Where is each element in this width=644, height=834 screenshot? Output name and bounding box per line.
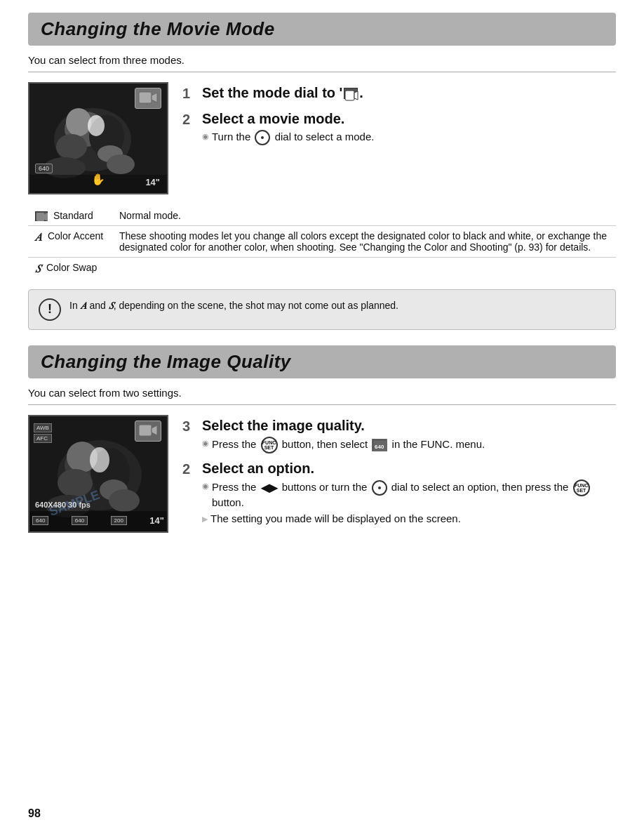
mode-row-color-swap: 𝑆 Color Swap — [28, 258, 616, 279]
func-btn-2: FUNCSET — [573, 479, 590, 496]
camera-number-2: 14" — [149, 515, 164, 526]
mode-icon-color-swap: 𝑆 — [35, 263, 41, 274]
camera-badge-left-1: AWB — [34, 423, 52, 432]
step-2: 2 Select a movie mode. ◉ Turn the dial t… — [182, 111, 616, 145]
step-3-title: Select the image quality. — [202, 418, 616, 434]
page-number: 98 — [28, 807, 41, 820]
step-2-content: Select a movie mode. ◉ Turn the dial to … — [202, 111, 616, 145]
svg-point-5 — [88, 115, 105, 136]
svg-marker-14 — [354, 91, 358, 100]
step-1-title-dot: . — [359, 85, 363, 100]
section1-header: Changing the Movie Mode — [28, 13, 616, 46]
step-4-bullet-2: ▶ The setting you made will be displayed… — [202, 512, 616, 524]
dial-icon-2 — [372, 480, 387, 496]
step-3: 3 Select the image quality. ◉ Press the … — [182, 418, 616, 454]
step-3-bullet-text: Press the FUNCSET button, then select 64… — [212, 437, 485, 454]
step-4-bullet-1: ◉ Press the ◀▶ buttons or turn the dial … — [202, 479, 616, 508]
hand-icon: ✋ — [91, 173, 105, 186]
warning-icon-swap: 𝑆 — [109, 300, 114, 311]
svg-point-9 — [107, 154, 135, 174]
mode-name-standard: Standard — [53, 210, 93, 221]
step-4-title: Select an option. — [202, 461, 616, 477]
camera-resolution: 640X480 30 fps — [35, 501, 90, 509]
quality-icon: 640 — [372, 439, 387, 451]
steps-area-1: 1 Set the mode dial to '. 2 Select a mov… — [182, 82, 616, 194]
step-2-bullet-1: ◉ Turn the dial to select a mode. — [202, 130, 616, 145]
section2-instruction-area: SAMPLE AWB AFC 640X480 30 fps 640 640 20 — [28, 415, 616, 533]
camera-left-badges: AWB AFC — [34, 423, 52, 443]
mode-label-color-accent: 𝐴 Color Accent — [28, 226, 112, 258]
bullet-dot-5: ▶ — [202, 515, 208, 524]
section2-header: Changing the Image Quality — [28, 345, 616, 378]
section2-intro: You can select from two settings. — [28, 387, 616, 399]
camera-number-1: 14" — [145, 177, 160, 187]
mode-icon-standard — [35, 211, 48, 221]
camera-bottom-badge-3: 200 — [111, 516, 127, 525]
step-4-content: Select an option. ◉ Press the ◀▶ buttons… — [202, 461, 616, 524]
mode-name-color-accent: Color Accent — [48, 230, 103, 241]
step-2-number: 2 — [182, 111, 198, 128]
svg-point-4 — [66, 108, 91, 136]
step-1-number: 1 — [182, 85, 198, 102]
svg-marker-30 — [152, 425, 157, 435]
camera-mode-icon-2 — [135, 421, 161, 442]
camera-screen-1: 640 14" ✋ — [29, 84, 167, 193]
section1-title: Changing the Movie Mode — [41, 18, 603, 40]
step-1-title: Set the mode dial to '. — [202, 85, 616, 101]
mode-name-color-swap: Color Swap — [46, 262, 97, 273]
warning-icon-accent: 𝐴 — [81, 300, 87, 311]
svg-point-26 — [109, 489, 140, 512]
section1-intro: You can select from three modes. — [28, 54, 616, 66]
lr-arrows-icon: ◀▶ — [261, 482, 278, 494]
step-2-title: Select a movie mode. — [202, 111, 616, 127]
step-2-bullet-text: Turn the dial to select a mode. — [212, 130, 374, 145]
mode-desc-color-accent: These shooting modes let you change all … — [112, 226, 616, 258]
svg-text:640: 640 — [375, 444, 384, 450]
camera-bottom-badge-2: 640 — [72, 516, 88, 525]
mode-icon-color-accent: 𝐴 — [35, 231, 42, 243]
camera-screen-2: SAMPLE AWB AFC 640X480 30 fps 640 640 20 — [29, 416, 167, 531]
step-4: 2 Select an option. ◉ Press the ◀▶ butto… — [182, 461, 616, 524]
step-1: 1 Set the mode dial to '. — [182, 85, 616, 104]
camera-badge-left-2: AFC — [34, 434, 52, 443]
warning-box: ! In 𝐴 and 𝑆, depending on the scene, th… — [28, 289, 616, 330]
camera-image-1: 640 14" ✋ — [28, 82, 168, 194]
camera-bottom-bar: 640 640 200 14" — [32, 515, 164, 526]
svg-rect-15 — [36, 213, 44, 221]
step-3-content: Select the image quality. ◉ Press the FU… — [202, 418, 616, 454]
step-3-number: 3 — [182, 418, 198, 435]
page: Changing the Movie Mode You can select f… — [0, 0, 644, 834]
func-btn-1: FUNCSET — [261, 437, 278, 454]
section2-title: Changing the Image Quality — [41, 351, 603, 373]
camera-image-2: SAMPLE AWB AFC 640X480 30 fps 640 640 20 — [28, 415, 168, 533]
section1-instruction-area: 640 14" ✋ 1 Set the mode dial to '. 2 — [28, 82, 616, 194]
svg-marker-16 — [44, 213, 48, 221]
mode-label-standard: Standard — [28, 206, 112, 226]
dial-icon-1 — [255, 130, 270, 145]
step-1-content: Set the mode dial to '. — [202, 85, 616, 104]
modes-table: Standard Normal mode. 𝐴 Color Accent The… — [28, 206, 616, 279]
camera-bottom-badge-1: 640 — [32, 516, 48, 525]
mode-row-standard: Standard Normal mode. — [28, 206, 616, 226]
movie-mode-icon — [344, 88, 358, 99]
svg-point-6 — [56, 134, 87, 159]
mode-desc-standard: Normal mode. — [112, 206, 616, 226]
warning-icon: ! — [39, 298, 61, 321]
bullet-dot-3: ◉ — [202, 439, 209, 448]
divider1 — [28, 72, 616, 72]
camera-badge-1: 640 — [35, 164, 53, 173]
mode-desc-color-swap — [112, 258, 616, 279]
warning-text: In 𝐴 and 𝑆, depending on the scene, the … — [69, 298, 398, 313]
svg-point-22 — [90, 447, 109, 472]
step-4-bullet-text-1: Press the ◀▶ buttons or turn the dial to… — [212, 479, 616, 508]
mode-row-color-accent: 𝐴 Color Accent These shooting modes let … — [28, 226, 616, 258]
step-3-bullet-1: ◉ Press the FUNCSET button, then select … — [202, 437, 616, 454]
bullet-dot-4: ◉ — [202, 482, 209, 491]
mode-label-color-swap: 𝑆 Color Swap — [28, 258, 112, 279]
step-1-title-text: Set the mode dial to ' — [202, 85, 342, 100]
svg-rect-29 — [139, 425, 152, 436]
svg-rect-13 — [345, 91, 354, 100]
bullet-dot-1: ◉ — [202, 132, 209, 141]
svg-rect-11 — [139, 92, 152, 103]
camera-mode-icon-1 — [135, 88, 161, 109]
